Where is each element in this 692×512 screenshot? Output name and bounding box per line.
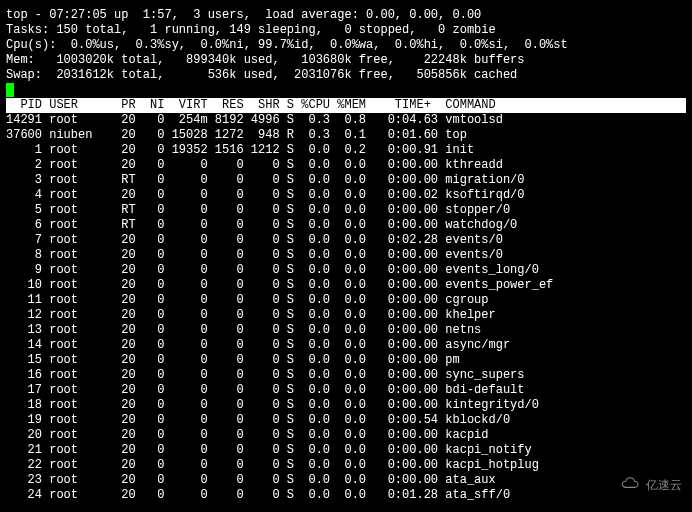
process-row[interactable]: 5 root RT 0 0 0 0 S 0.0 0.0 0:00.00 stop… (6, 203, 686, 218)
process-table: 14291 root 20 0 254m 8192 4996 S 0.3 0.8… (6, 113, 686, 503)
process-row[interactable]: 19 root 20 0 0 0 0 S 0.0 0.0 0:00.54 kbl… (6, 413, 686, 428)
input-cursor-line[interactable] (6, 83, 686, 98)
process-row[interactable]: 3 root RT 0 0 0 0 S 0.0 0.0 0:00.00 migr… (6, 173, 686, 188)
process-row[interactable]: 14 root 20 0 0 0 0 S 0.0 0.0 0:00.00 asy… (6, 338, 686, 353)
process-row[interactable]: 10 root 20 0 0 0 0 S 0.0 0.0 0:00.00 eve… (6, 278, 686, 293)
process-row[interactable]: 6 root RT 0 0 0 0 S 0.0 0.0 0:00.00 watc… (6, 218, 686, 233)
process-row[interactable]: 11 root 20 0 0 0 0 S 0.0 0.0 0:00.00 cgr… (6, 293, 686, 308)
summary-mem: Mem: 1003020k total, 899340k used, 10368… (6, 53, 686, 68)
top-terminal[interactable]: top - 07:27:05 up 1:57, 3 users, load av… (6, 8, 686, 503)
process-row[interactable]: 20 root 20 0 0 0 0 S 0.0 0.0 0:00.00 kac… (6, 428, 686, 443)
process-row[interactable]: 8 root 20 0 0 0 0 S 0.0 0.0 0:00.00 even… (6, 248, 686, 263)
process-row[interactable]: 18 root 20 0 0 0 0 S 0.0 0.0 0:00.00 kin… (6, 398, 686, 413)
process-row[interactable]: 21 root 20 0 0 0 0 S 0.0 0.0 0:00.00 kac… (6, 443, 686, 458)
process-row[interactable]: 4 root 20 0 0 0 0 S 0.0 0.0 0:00.02 ksof… (6, 188, 686, 203)
process-row[interactable]: 1 root 20 0 19352 1516 1212 S 0.0 0.2 0:… (6, 143, 686, 158)
process-row[interactable]: 9 root 20 0 0 0 0 S 0.0 0.0 0:00.00 even… (6, 263, 686, 278)
process-row[interactable]: 24 root 20 0 0 0 0 S 0.0 0.0 0:01.28 ata… (6, 488, 686, 503)
summary-uptime: top - 07:27:05 up 1:57, 3 users, load av… (6, 8, 686, 23)
process-row[interactable]: 7 root 20 0 0 0 0 S 0.0 0.0 0:02.28 even… (6, 233, 686, 248)
process-row[interactable]: 2 root 20 0 0 0 0 S 0.0 0.0 0:00.00 kthr… (6, 158, 686, 173)
process-row[interactable]: 16 root 20 0 0 0 0 S 0.0 0.0 0:00.00 syn… (6, 368, 686, 383)
watermark: 亿速云 (620, 476, 682, 494)
process-row[interactable]: 12 root 20 0 0 0 0 S 0.0 0.0 0:00.00 khe… (6, 308, 686, 323)
summary-tasks: Tasks: 150 total, 1 running, 149 sleepin… (6, 23, 686, 38)
process-row[interactable]: 14291 root 20 0 254m 8192 4996 S 0.3 0.8… (6, 113, 686, 128)
process-row[interactable]: 17 root 20 0 0 0 0 S 0.0 0.0 0:00.00 bdi… (6, 383, 686, 398)
summary-swap: Swap: 2031612k total, 536k used, 2031076… (6, 68, 686, 83)
summary-cpu: Cpu(s): 0.0%us, 0.3%sy, 0.0%ni, 99.7%id,… (6, 38, 686, 53)
process-row[interactable]: 15 root 20 0 0 0 0 S 0.0 0.0 0:00.00 pm (6, 353, 686, 368)
process-row[interactable]: 22 root 20 0 0 0 0 S 0.0 0.0 0:00.00 kac… (6, 458, 686, 473)
process-row[interactable]: 13 root 20 0 0 0 0 S 0.0 0.0 0:00.00 net… (6, 323, 686, 338)
cursor-icon (6, 83, 14, 97)
column-header-row[interactable]: PID USER PR NI VIRT RES SHR S %CPU %MEM … (6, 98, 686, 113)
cloud-icon (620, 476, 642, 494)
process-row[interactable]: 23 root 20 0 0 0 0 S 0.0 0.0 0:00.00 ata… (6, 473, 686, 488)
process-row[interactable]: 37600 niuben 20 0 15028 1272 948 R 0.3 0… (6, 128, 686, 143)
watermark-text: 亿速云 (646, 478, 682, 493)
